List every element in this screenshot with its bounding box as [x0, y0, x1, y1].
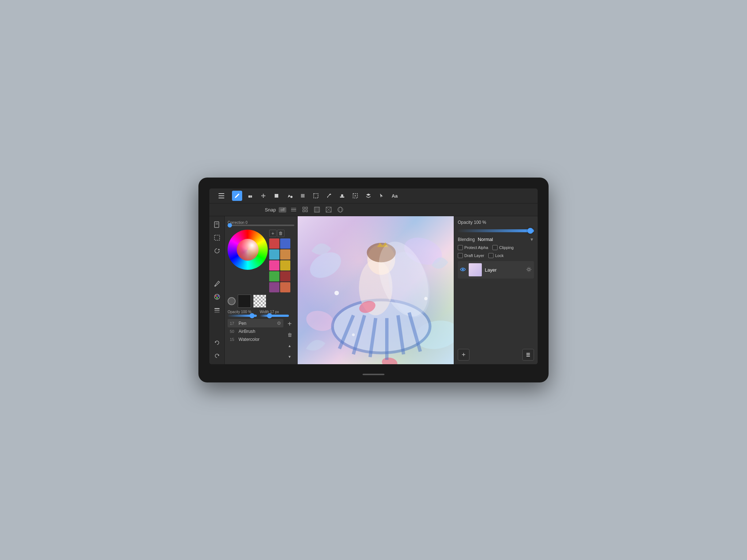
width-param: Width 17 px — [260, 310, 289, 317]
opacity-slider-thumb[interactable] — [527, 228, 533, 234]
swatch-orange[interactable] — [280, 249, 290, 260]
fill-tool[interactable] — [285, 191, 295, 201]
layers-panel-icon[interactable] — [212, 304, 222, 315]
new-canvas-icon[interactable] — [212, 219, 222, 230]
stamp-tool[interactable] — [337, 191, 347, 201]
pencil-tool[interactable] — [232, 191, 242, 201]
clipping-box[interactable] — [492, 245, 498, 250]
background-color[interactable] — [253, 295, 266, 308]
svg-point-55 — [381, 356, 398, 364]
layer-row[interactable]: Layer — [458, 261, 534, 279]
lock-checkbox[interactable]: Lock — [488, 253, 503, 258]
swatch-darkred[interactable] — [280, 271, 290, 281]
delete-brush-btn[interactable]: 🗑 — [285, 330, 294, 339]
draft-layer-checkbox[interactable]: Draft Layer — [458, 253, 484, 258]
canvas-area[interactable] — [298, 216, 454, 364]
protect-alpha-checkbox[interactable]: Protect Alpha — [458, 245, 488, 250]
svg-rect-69 — [526, 353, 530, 354]
selection-rect-tool[interactable] — [311, 191, 321, 201]
left-sidebar — [209, 216, 225, 364]
svg-point-34 — [214, 285, 216, 287]
draft-layer-box[interactable] — [458, 253, 463, 258]
svg-rect-29 — [214, 222, 219, 228]
anime-artwork — [298, 216, 454, 364]
add-layer-btn[interactable]: + — [458, 349, 469, 361]
layer-settings-icon[interactable] — [526, 267, 532, 273]
svg-point-28 — [339, 207, 342, 212]
layer-thumbnail — [469, 263, 482, 276]
color-picker-btn[interactable] — [228, 297, 236, 305]
correction-track[interactable] — [228, 225, 294, 226]
add-brush-btn[interactable]: + — [285, 319, 294, 328]
opacity-slider-track[interactable] — [458, 229, 534, 232]
snap-off-badge[interactable]: off — [279, 207, 286, 213]
param-row: Opacity 100 % Width 17 px — [228, 310, 294, 317]
fill-shape-tool[interactable] — [271, 191, 282, 201]
text-tool[interactable]: Aa — [390, 191, 400, 201]
eraser-tool[interactable] — [245, 191, 255, 201]
svg-point-68 — [528, 268, 530, 271]
correction-thumb[interactable] — [228, 223, 232, 228]
blending-dropdown-arrow[interactable]: ▼ — [530, 237, 534, 242]
opacity-track[interactable] — [228, 315, 257, 317]
brush-down-btn[interactable]: ▼ — [285, 352, 294, 361]
color-icon[interactable] — [212, 291, 222, 302]
color-wheel[interactable] — [228, 230, 268, 270]
snap-lines-icon[interactable] — [289, 205, 298, 214]
svg-rect-41 — [214, 312, 220, 313]
color-wheel-inner — [237, 239, 259, 261]
foreground-color[interactable] — [238, 295, 251, 308]
swatch-purple[interactable] — [269, 282, 279, 292]
swatch-yellow[interactable] — [280, 260, 290, 271]
gray-square-tool[interactable] — [298, 191, 308, 201]
swatch-green[interactable] — [269, 271, 279, 281]
snap-perspective-icon[interactable] — [313, 205, 321, 214]
brush-pen-settings[interactable]: ⚙ — [277, 320, 281, 326]
swatch-cyan[interactable] — [269, 249, 279, 260]
swatch-blue[interactable] — [280, 238, 290, 249]
layer-menu-btn[interactable] — [522, 349, 534, 361]
snap-grid-icon[interactable] — [301, 205, 310, 214]
delete-swatch-btn[interactable]: 🗑 — [277, 230, 285, 237]
color-fg-bg-row — [228, 295, 294, 308]
width-track[interactable] — [260, 315, 289, 317]
undo-icon[interactable] — [212, 337, 222, 348]
layer-bottom: + — [458, 349, 534, 361]
brush-icon[interactable] — [212, 278, 222, 289]
selection-icon[interactable] — [212, 232, 222, 243]
swatch-red[interactable] — [269, 238, 279, 249]
layer-visibility-icon[interactable] — [460, 267, 466, 273]
add-swatch-btn[interactable]: + — [269, 230, 276, 237]
svg-point-67 — [462, 269, 464, 271]
transform-tool[interactable] — [258, 191, 268, 201]
brush-up-btn[interactable]: ▲ — [285, 341, 294, 350]
width-thumb[interactable] — [267, 313, 272, 318]
select-tool[interactable] — [350, 191, 360, 201]
brush-item-pen[interactable]: 17 Pen ⚙ — [228, 319, 283, 327]
brush-list-actions: + 🗑 ▲ ▼ — [285, 319, 294, 361]
lock-box[interactable] — [488, 253, 494, 258]
swatch-brown[interactable] — [280, 282, 290, 292]
svg-rect-32 — [214, 235, 220, 240]
clipping-checkbox[interactable]: Clipping — [492, 245, 514, 250]
eyedropper-tool[interactable] — [324, 191, 334, 201]
layers-tool[interactable] — [363, 191, 374, 201]
swatch-pink[interactable] — [269, 260, 279, 271]
menu-icon[interactable] — [216, 191, 227, 201]
brush-item-airbrush[interactable]: 50 AirBrush — [228, 327, 283, 335]
snap-diagonal-icon[interactable] — [324, 205, 333, 214]
protect-alpha-box[interactable] — [458, 245, 463, 250]
svg-point-7 — [290, 196, 293, 198]
cursor-tool[interactable] — [376, 191, 387, 201]
snap-circle-icon[interactable] — [336, 205, 345, 214]
brush-item-watercolor[interactable]: 15 Watercolor — [228, 335, 283, 343]
redo-icon[interactable] — [212, 350, 222, 361]
svg-point-46 — [304, 308, 336, 334]
svg-rect-1 — [218, 195, 224, 196]
brush-section: 17 Pen ⚙ 50 AirBrush 15 Watercolor — [228, 319, 294, 361]
rotate-icon[interactable] — [212, 245, 222, 256]
svg-rect-16 — [303, 207, 305, 209]
opacity-thumb[interactable] — [249, 313, 255, 318]
anime-svg — [298, 216, 454, 364]
svg-rect-8 — [301, 194, 305, 198]
